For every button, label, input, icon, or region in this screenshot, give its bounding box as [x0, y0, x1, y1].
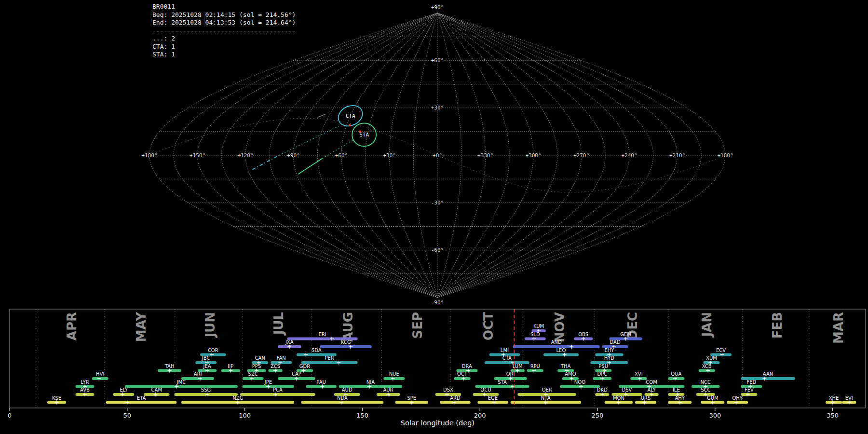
- shower-label: DSX: [443, 387, 453, 393]
- shower-label: ALY: [647, 387, 656, 393]
- shower-label: ECV: [716, 348, 726, 353]
- shower-label: NTA: [541, 395, 551, 401]
- shower-label: CAM: [151, 387, 162, 393]
- radiant-map-and-activity-plot: +180°+150°+120°+90°+60°+30°+0°+330°+300°…: [0, 0, 868, 434]
- month-label: OCT: [481, 312, 496, 340]
- shower-label: AVB: [80, 387, 90, 393]
- shower-label: THA: [560, 364, 571, 369]
- shower-label: NOO: [574, 380, 585, 385]
- tick-label: 50: [123, 412, 132, 419]
- shower-label: SDA: [312, 348, 322, 353]
- month-label: MAY: [134, 312, 149, 342]
- shower-label: SZC: [248, 371, 258, 377]
- tick-label: 200: [474, 412, 486, 419]
- shower-label: AAN: [763, 371, 773, 377]
- shower-bar-kcg: [320, 345, 372, 348]
- meteor-point: [349, 124, 351, 126]
- shower-bar-jmc: [125, 385, 238, 388]
- shower-label: LYR: [81, 380, 89, 385]
- x-axis-title: Solar longitude (deg): [401, 419, 475, 427]
- shower-label: RPU: [530, 364, 540, 369]
- shower-label: DPC: [597, 371, 607, 377]
- shower-label: KCG: [341, 339, 351, 345]
- shower-label: FEV: [745, 387, 754, 393]
- sky-axis-labels: +180°+150°+120°+90°+60°+30°+0°+330°+300°…: [141, 4, 733, 306]
- shower-label: EVI: [845, 395, 853, 401]
- radiant-label: CTA: [346, 113, 355, 119]
- month-label: JAN: [700, 312, 714, 338]
- shower-label: LMI: [501, 348, 509, 353]
- shower-label: MON: [613, 395, 624, 401]
- tick-label: 0: [8, 412, 12, 419]
- ra-label: +120°: [237, 152, 253, 159]
- ra-label: +90°: [287, 152, 300, 159]
- shower-label: NIA: [366, 380, 375, 385]
- shower-label: DKD: [597, 387, 608, 393]
- shower-bar-leo: [543, 353, 579, 356]
- month-label: FEB: [770, 312, 785, 339]
- ra-label: +300°: [525, 152, 541, 159]
- shower-label: COR: [208, 348, 218, 353]
- shower-label: LEO: [556, 348, 566, 353]
- ra-label: +330°: [477, 152, 493, 159]
- meteor-trail: [298, 159, 322, 175]
- tick-label: 300: [709, 412, 721, 419]
- shower-label: XHE: [829, 395, 839, 401]
- shower-label: ARI: [194, 371, 202, 377]
- shower-label: NDA: [337, 395, 348, 401]
- shower-label: CTA: [502, 355, 512, 361]
- shower-label: PER: [325, 355, 334, 361]
- dec-label: +60°: [431, 57, 444, 64]
- shower-label: PPS: [252, 364, 261, 369]
- shower-label: ERI: [318, 332, 326, 337]
- faint-trail-segment: [318, 114, 326, 118]
- shower-label: DAD: [610, 339, 621, 345]
- shower-label: JBC: [202, 355, 210, 361]
- tick-label: 350: [827, 412, 839, 419]
- shower-label: SLD: [530, 332, 540, 337]
- shower-label: NZC: [232, 395, 243, 401]
- shower-label: ILE: [673, 387, 680, 393]
- ra-label: +180°: [141, 152, 157, 159]
- shower-label: AND: [551, 339, 562, 345]
- shower-label: JPE: [264, 380, 272, 385]
- shower-label: OBS: [578, 332, 588, 337]
- meteor-monitor-screen: BR0011 Beg: 20251028 02:14:15 (sol = 214…: [0, 0, 868, 434]
- shower-label: URS: [641, 395, 651, 401]
- shower-label: CAN: [255, 355, 265, 361]
- shower-label: HYD: [604, 355, 615, 361]
- dec-label: +90°: [431, 4, 444, 11]
- shower-label: FED: [747, 380, 757, 385]
- dec-label: +30°: [431, 105, 444, 111]
- shower-label: XVI: [635, 371, 643, 377]
- shower-label: SSG: [201, 387, 211, 393]
- month-label: APR: [65, 312, 79, 340]
- shower-label: PSU: [598, 364, 608, 369]
- shower-label: JXA: [285, 339, 294, 345]
- shower-label: ZCS: [271, 364, 280, 369]
- dec-label: -30°: [431, 200, 444, 206]
- shower-label: AMO: [565, 371, 576, 377]
- shower-label: JEA: [203, 364, 211, 369]
- shower-label: TAH: [164, 364, 175, 369]
- ra-label: +270°: [573, 152, 589, 159]
- month-label: NOV: [553, 312, 567, 342]
- shower-label: IIP: [228, 364, 233, 369]
- ra-label: +150°: [190, 152, 205, 159]
- shower-label: KSE: [52, 395, 61, 401]
- shower-bar-eta: [106, 401, 176, 404]
- shower-label: ORI: [506, 371, 515, 377]
- shower-label: EGE: [488, 395, 498, 401]
- meteor-point: [359, 131, 362, 133]
- dec-label: -90°: [431, 299, 444, 306]
- shower-label: JMC: [176, 380, 186, 385]
- shower-label: ETA: [137, 395, 146, 401]
- shower-label: KUM: [533, 324, 544, 329]
- tick-label: 100: [239, 412, 251, 419]
- meteor-trail: [253, 155, 279, 170]
- shower-label: DSV: [622, 387, 632, 393]
- ra-label: +180°: [717, 152, 733, 159]
- shower-label: NUE: [389, 371, 399, 377]
- shower-label: EHY: [604, 348, 614, 353]
- shower-label: GDR: [299, 364, 310, 369]
